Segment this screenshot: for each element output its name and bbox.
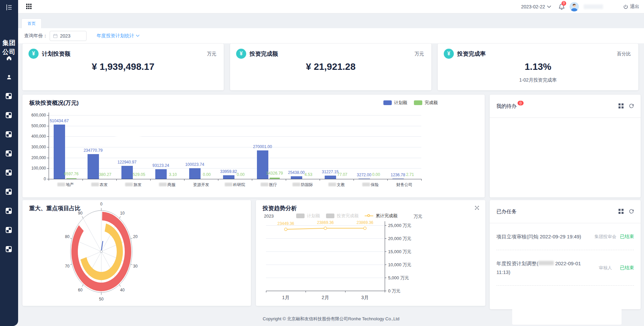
sidebar-item-apps-2[interactable] — [6, 93, 12, 99]
data-point — [324, 227, 327, 230]
task-row[interactable]: 项目立项审核(闫灿 2022-09-29 19:49) 集团投审会 已结束 — [496, 223, 634, 250]
tab-home[interactable]: 首页 — [21, 18, 42, 28]
key-project-ratio-card: 重大、重点项目占比 0102030405060708090 — [22, 200, 251, 306]
chevron-down-icon — [136, 35, 140, 37]
bar-value-planned: 510434.67 — [44, 119, 74, 123]
task-meta: 集团投审会 — [594, 233, 616, 240]
bar-category-label: 财务公司 — [386, 182, 423, 188]
trend-chart-plot: 0 万元5,000 万元10,000 万元15,000 万元20,000 万元2… — [256, 200, 485, 306]
apps-grid-icon[interactable] — [26, 4, 32, 10]
y-tick-label: 600,000 — [22, 113, 46, 118]
stat-unit: 万元 — [207, 51, 216, 57]
polar-tick — [131, 264, 132, 265]
todo-panel-title: 我的待办0 — [496, 103, 523, 109]
task-meta: 审核人 — [594, 265, 616, 271]
polar-tick-label: 50 — [99, 297, 104, 301]
refresh-icon[interactable] — [629, 209, 634, 214]
gridline — [49, 136, 421, 137]
bar-value-planned: 270001.00 — [248, 144, 278, 149]
sidebar-item-apps-8[interactable] — [6, 208, 12, 214]
stat-value: ¥ 21,921.28 — [230, 61, 431, 72]
bar-category-label: 农发 — [81, 182, 118, 188]
year-input[interactable]: 2023 — [50, 31, 87, 41]
bar-value-completed: 529.05 — [124, 172, 154, 177]
sidebar-item-home-0[interactable] — [6, 55, 12, 61]
bar-value-planned: 100023.74 — [180, 162, 210, 167]
polar-tick — [131, 238, 132, 239]
bar-chart-plot: 0100,000200,000300,000400,000500,000600,… — [22, 95, 485, 197]
notifications-button[interactable]: 0 — [558, 3, 565, 10]
yuan-icon: ¥ — [236, 49, 246, 59]
todo-panel-header: 我的待办0 — [490, 95, 641, 118]
bar-completed — [270, 178, 280, 179]
stat-value: ¥ 1,939,498.17 — [22, 61, 224, 72]
sector-investment-bar-chart-card: 板块投资概况(万元) 计划额完成额 0100,000200,000300,000… — [22, 95, 485, 197]
task-title: 年度投资计划调整( 2022-09-01 11:13) — [496, 259, 594, 277]
task-status-badge: 已结束 — [616, 265, 634, 271]
y-tick-label: 0 — [22, 177, 46, 181]
sidebar-item-apps-10[interactable] — [6, 246, 12, 252]
panel-grid-icon[interactable] — [619, 209, 624, 214]
notification-badge: 0 — [561, 1, 566, 6]
sidebar-item-apps-7[interactable] — [6, 189, 12, 195]
bar-category-label: 商服 — [149, 182, 186, 188]
username-redacted — [584, 4, 603, 9]
report-type-dropdown[interactable]: 年度投资计划统计 — [97, 33, 140, 39]
refresh-icon[interactable] — [629, 103, 634, 108]
sidebar-item-apps-4[interactable] — [6, 132, 12, 138]
y-tick-label: 500,000 — [22, 124, 46, 128]
polar-tick — [119, 216, 120, 218]
x-tick — [421, 179, 422, 181]
investment-trend-card: 投资趋势分析 2023 计划额投资完成额累计完成额 万元 0 万元5,000 万… — [256, 200, 485, 306]
data-point — [284, 228, 287, 231]
stat-unit: 百分比 — [617, 51, 631, 57]
done-panel-title: 已办任务 — [496, 208, 517, 215]
gridline — [49, 115, 421, 115]
x-axis-line — [49, 179, 421, 179]
task-status-badge: 已结束 — [616, 234, 634, 240]
label-redaction — [328, 183, 336, 186]
sidebar-item-apps-9[interactable] — [6, 227, 12, 233]
polar-tick — [82, 285, 83, 287]
bar-value-completed: 6597.76 — [56, 172, 87, 176]
gridline — [49, 168, 421, 169]
sidebar-item-apps-5[interactable] — [6, 151, 12, 157]
x-tick — [218, 179, 218, 181]
task-title: 项目立项审核(闫灿 2022-09-29 19:49) — [496, 232, 594, 241]
calendar-icon — [53, 34, 58, 38]
polar-tick-label: 80 — [65, 234, 70, 239]
sidebar-item-apps-3[interactable] — [6, 112, 12, 119]
bar-value-completed: 0.00 — [226, 172, 256, 177]
label-redaction — [292, 183, 300, 186]
done-tasks-panel: 已办任务 项目立项审核(闫灿 2022-09-29 19:49) 集团投审会 已… — [490, 200, 641, 309]
polar-tick-label: 10 — [120, 211, 125, 216]
date-dropdown[interactable]: 2023-02-22 — [521, 4, 551, 9]
logout-button[interactable]: 退出 — [623, 4, 639, 10]
sidebar-item-apps-6[interactable] — [6, 170, 12, 176]
stat-subtitle: 1-02月投资完成率 — [438, 77, 638, 83]
bar-category-label: 文教 — [318, 182, 355, 188]
x-tick — [286, 179, 286, 181]
x-tick — [49, 179, 49, 181]
x-tick — [252, 179, 252, 181]
panel-grid-icon[interactable] — [619, 103, 624, 108]
sidebar: 集团 公司 — [0, 0, 18, 326]
done-panel-header: 已办任务 — [490, 200, 641, 223]
avatar[interactable] — [570, 2, 579, 11]
gridline — [49, 126, 421, 126]
todo-panel: 我的待办0 — [490, 95, 641, 197]
sidebar-item-user-1[interactable] — [6, 74, 12, 80]
tab-bar: 首页 — [18, 13, 644, 28]
gridline — [49, 158, 421, 158]
stat-title: 投资完成率 — [457, 50, 486, 58]
bar-planned — [359, 179, 370, 179]
todo-count-badge: 0 — [518, 101, 524, 105]
task-row[interactable]: 年度投资计划调整( 2022-09-01 11:13) 审核人 已结束 — [496, 250, 634, 286]
stat-card-planned-investment: ¥ 计划投资额 万元 ¥ 1,939,498.17 — [22, 44, 224, 90]
x-tick — [116, 179, 117, 181]
collapse-sidebar-icon[interactable] — [5, 3, 13, 11]
bar-category-label: 防国际 — [284, 182, 321, 188]
bar-planned — [392, 179, 404, 179]
x-tick — [387, 179, 388, 181]
polar-tick-label: 70 — [65, 264, 70, 269]
